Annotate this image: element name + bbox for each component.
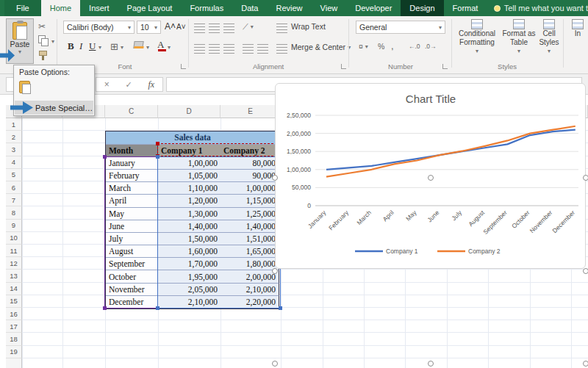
orientation-icon[interactable]: ⟋▾ [243, 22, 254, 32]
table-cell-month[interactable]: February [106, 170, 158, 182]
underline-dropdown-icon[interactable]: ▾ [98, 44, 101, 51]
table-cell-month[interactable]: March [106, 182, 158, 195]
align-left-icon[interactable] [194, 44, 205, 54]
format-as-table-button[interactable]: Format as Table ▾ [501, 19, 537, 56]
table-cell-company2[interactable]: 1,80,000 [220, 258, 279, 270]
table-cell-company1[interactable]: 1,30,000 [158, 208, 220, 220]
cancel-icon[interactable]: × [104, 79, 110, 90]
align-right-icon[interactable] [223, 44, 234, 54]
chart-selection-handle[interactable] [272, 268, 278, 274]
borders-dropdown-icon[interactable]: ▾ [121, 44, 123, 51]
underline-button[interactable]: U [89, 40, 96, 52]
table-cell-company2[interactable]: 1,15,000 [220, 195, 279, 207]
borders-icon[interactable]: ⊞ [110, 41, 118, 52]
tab-home[interactable]: Home [41, 0, 80, 16]
table-cell-month[interactable]: September [106, 258, 158, 270]
insert-function-icon[interactable]: fx [148, 79, 154, 90]
table-cell-month[interactable]: January [106, 157, 158, 170]
table-cell-company2[interactable]: 2,10,000 [220, 284, 279, 296]
table-cell-company1[interactable]: 1,05,000 [158, 170, 220, 182]
tab-view[interactable]: View [312, 0, 347, 16]
table-cell-company1[interactable]: 1,60,000 [158, 245, 220, 258]
row-number[interactable]: 5 [6, 169, 22, 181]
table-cell-company1[interactable]: 1,95,000 [158, 270, 220, 283]
sales-data-table[interactable]: Sales dataMonthCompany 1Company 2January… [105, 131, 281, 309]
italic-button[interactable]: I [79, 40, 82, 52]
tab-page-layout[interactable]: Page Layout [118, 0, 182, 16]
chart-selection-handle[interactable] [428, 175, 434, 181]
align-center-icon[interactable] [209, 44, 220, 54]
decrease-decimal-icon[interactable]: .0→ [425, 43, 437, 50]
row-number[interactable]: 3 [6, 143, 22, 156]
table-header-company-1[interactable]: Company 1 [158, 145, 220, 157]
table-cell-month[interactable]: May [106, 208, 158, 220]
table-cell-company2[interactable]: 1,25,000 [220, 208, 279, 220]
align-top-icon[interactable] [194, 24, 205, 33]
bold-button[interactable]: B [68, 40, 74, 52]
chart-selection-handle[interactable] [272, 361, 278, 367]
font-name-combo[interactable]: Calibri (Body)▾ [63, 21, 135, 34]
column-header-E[interactable]: E [220, 105, 281, 118]
table-cell-company1[interactable]: 2,05,000 [158, 284, 220, 296]
shrink-font-icon[interactable]: A˅ [176, 23, 186, 31]
table-cell-company1[interactable]: 1,10,000 [158, 182, 220, 195]
tab-design[interactable]: Design [401, 0, 443, 16]
fill-color-dropdown-icon[interactable]: ▾ [146, 44, 149, 51]
tab-format[interactable]: Format [444, 0, 487, 16]
font-color-icon[interactable]: A [157, 39, 164, 51]
table-cell-company2[interactable]: 90,000 [220, 170, 279, 182]
conditional-formatting-button[interactable]: Conditional Formatting ▾ [456, 19, 498, 56]
paste-option-clipboard-icon[interactable] [19, 81, 30, 93]
table-cell-company2[interactable]: 2,00,000 [220, 270, 279, 283]
column-header-C[interactable]: C [105, 105, 158, 118]
chart-selection-handle[interactable] [583, 361, 588, 367]
table-cell-company2[interactable]: 1,51,000 [220, 233, 279, 245]
copy-dropdown-arrow-icon[interactable]: ▾ [51, 38, 54, 45]
tab-developer[interactable]: Developer [346, 0, 401, 16]
row-number[interactable]: 11 [6, 245, 22, 257]
row-number[interactable]: 8 [6, 206, 22, 219]
alignment-dialog-launcher[interactable] [341, 64, 346, 69]
table-cell-company1[interactable]: 1,00,000 [158, 157, 220, 170]
tab-insert[interactable]: Insert [80, 0, 118, 16]
table-cell-month[interactable]: April [106, 195, 158, 207]
table-cell-month[interactable]: December [106, 296, 158, 309]
table-cell-company1[interactable]: 1,70,000 [158, 258, 220, 270]
number-format-combo[interactable]: General▾ [356, 21, 445, 34]
percent-style-icon[interactable]: % [378, 42, 384, 51]
tab-data[interactable]: Data [232, 0, 267, 16]
increase-indent-icon[interactable] [257, 44, 268, 54]
table-cell-month[interactable]: June [106, 220, 158, 233]
table-cell-company2[interactable]: 1,00,000 [220, 182, 279, 195]
fill-color-icon[interactable] [133, 41, 143, 48]
increase-decimal-icon[interactable]: ←.0 [409, 43, 420, 50]
table-cell-company1[interactable]: 1,20,000 [158, 195, 220, 207]
tab-formulas[interactable]: Formulas [181, 0, 232, 16]
tell-me-box[interactable]: Tell me what you want t [494, 0, 588, 16]
row-number[interactable]: 2 [6, 131, 22, 143]
table-cell-month[interactable]: July [106, 233, 158, 245]
number-dialog-launcher[interactable] [442, 64, 448, 69]
table-cell-company2[interactable]: 1,40,000 [220, 220, 279, 233]
row-number[interactable]: 19 [6, 346, 22, 358]
table-cell-company2[interactable]: 80,000 [220, 157, 279, 170]
paste-dropdown-arrow-icon[interactable]: ▾ [18, 48, 21, 55]
row-number[interactable]: 1 [6, 118, 22, 131]
paste-button[interactable]: Paste ▾ [6, 18, 34, 64]
column-header-D[interactable]: D [158, 105, 220, 118]
format-painter-icon[interactable] [39, 51, 47, 56]
font-size-combo[interactable]: 10▾ [137, 21, 161, 34]
table-title-cell[interactable]: Sales data [106, 131, 279, 144]
row-number[interactable]: 7 [6, 194, 22, 206]
wrap-text-button[interactable]: Wrap Text [291, 22, 326, 31]
table-cell-month[interactable]: November [106, 284, 158, 296]
chart-selection-handle[interactable] [428, 361, 434, 367]
chart-selection-handle[interactable] [583, 268, 588, 274]
font-name-dropdown-icon[interactable]: ▾ [128, 24, 131, 31]
table-cell-company1[interactable]: 1,50,000 [158, 233, 220, 245]
row-number[interactable]: 17 [6, 320, 22, 333]
table-header-month[interactable]: Month [106, 145, 158, 157]
table-cell-month[interactable]: October [106, 270, 158, 283]
merge-center-button[interactable]: Merge & Center▾ [291, 43, 351, 51]
row-number[interactable]: 4 [6, 156, 22, 169]
